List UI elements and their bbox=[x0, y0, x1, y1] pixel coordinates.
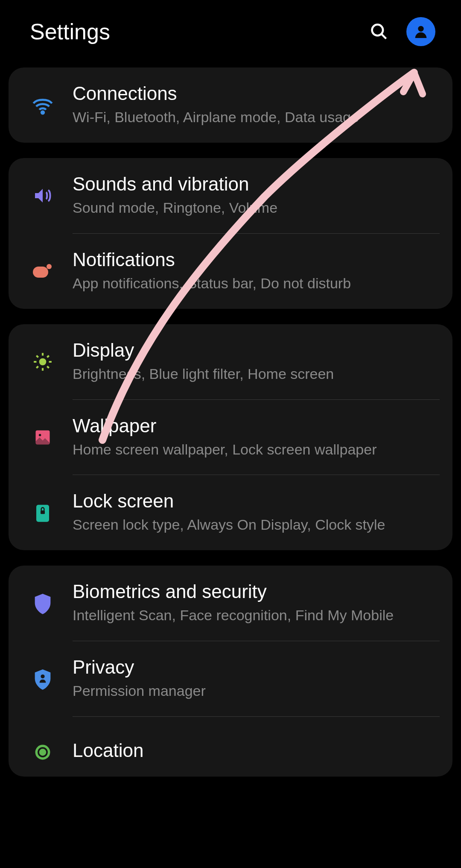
wifi-icon bbox=[26, 94, 60, 116]
svg-line-1 bbox=[382, 34, 386, 39]
row-subtitle: Wi-Fi, Bluetooth, Airplane mode, Data us… bbox=[73, 108, 440, 127]
svg-point-6 bbox=[39, 358, 47, 365]
row-text: Wallpaper Home screen wallpaper, Lock sc… bbox=[60, 415, 440, 460]
row-text: Notifications App notifications, Status … bbox=[60, 249, 440, 293]
row-text: Lock screen Screen lock type, Always On … bbox=[60, 490, 440, 535]
settings-group-display: Display Brightness, Blue light filter, H… bbox=[9, 324, 452, 551]
settings-list[interactable]: Connections Wi-Fi, Bluetooth, Airplane m… bbox=[0, 67, 461, 777]
page-title: Settings bbox=[30, 19, 110, 44]
svg-point-2 bbox=[418, 26, 423, 32]
row-title: Display bbox=[73, 340, 440, 361]
row-subtitle: Permission manager bbox=[73, 681, 440, 701]
svg-line-12 bbox=[47, 366, 49, 368]
row-text: Privacy Permission manager bbox=[60, 657, 440, 701]
row-subtitle: Sound mode, Ringtone, Volume bbox=[73, 198, 440, 218]
search-button[interactable] bbox=[369, 21, 389, 42]
privacy-icon bbox=[26, 668, 60, 690]
svg-point-5 bbox=[47, 264, 52, 269]
location-icon bbox=[26, 743, 60, 762]
search-icon bbox=[370, 22, 388, 41]
shield-icon bbox=[26, 592, 60, 614]
settings-row-privacy[interactable]: Privacy Permission manager bbox=[9, 641, 452, 716]
notifications-icon bbox=[26, 263, 60, 279]
row-text: Display Brightness, Blue light filter, H… bbox=[60, 340, 440, 384]
row-title: Notifications bbox=[73, 249, 440, 270]
header: Settings bbox=[0, 0, 461, 67]
svg-point-16 bbox=[39, 434, 41, 436]
row-subtitle: Brightness, Blue light filter, Home scre… bbox=[73, 364, 440, 384]
person-icon bbox=[412, 23, 429, 40]
row-subtitle: Intelligent Scan, Face recognition, Find… bbox=[73, 606, 440, 625]
row-text: Biometrics and security Intelligent Scan… bbox=[60, 581, 440, 625]
row-title: Sounds and vibration bbox=[73, 173, 440, 195]
brightness-icon bbox=[26, 351, 60, 372]
svg-rect-18 bbox=[41, 510, 45, 514]
settings-row-display[interactable]: Display Brightness, Blue light filter, H… bbox=[9, 324, 452, 399]
settings-row-lockscreen[interactable]: Lock screen Screen lock type, Always On … bbox=[9, 475, 452, 550]
row-text: Location bbox=[60, 740, 440, 765]
row-title: Connections bbox=[73, 83, 440, 104]
settings-row-sounds[interactable]: Sounds and vibration Sound mode, Rington… bbox=[9, 158, 452, 233]
svg-point-0 bbox=[372, 25, 383, 36]
row-text: Connections Wi-Fi, Bluetooth, Airplane m… bbox=[60, 83, 440, 127]
settings-row-biometrics[interactable]: Biometrics and security Intelligent Scan… bbox=[9, 566, 452, 641]
row-title: Biometrics and security bbox=[73, 581, 440, 602]
settings-group-connections: Connections Wi-Fi, Bluetooth, Airplane m… bbox=[9, 67, 452, 143]
svg-rect-4 bbox=[33, 267, 48, 278]
profile-button[interactable] bbox=[406, 17, 435, 46]
settings-row-location[interactable]: Location bbox=[9, 717, 452, 777]
settings-group-sounds: Sounds and vibration Sound mode, Rington… bbox=[9, 158, 452, 309]
svg-point-19 bbox=[41, 674, 44, 678]
svg-point-3 bbox=[41, 111, 44, 114]
svg-line-11 bbox=[36, 355, 38, 357]
row-title: Location bbox=[73, 740, 440, 761]
settings-row-notifications[interactable]: Notifications App notifications, Status … bbox=[9, 234, 452, 309]
row-subtitle: Screen lock type, Always On Display, Clo… bbox=[73, 515, 440, 535]
row-subtitle: App notifications, Status bar, Do not di… bbox=[73, 274, 440, 293]
row-title: Wallpaper bbox=[73, 415, 440, 437]
sound-icon bbox=[26, 185, 60, 206]
settings-group-security: Biometrics and security Intelligent Scan… bbox=[9, 566, 452, 777]
lock-icon bbox=[26, 502, 60, 523]
row-title: Lock screen bbox=[73, 490, 440, 512]
header-actions bbox=[369, 17, 435, 46]
svg-point-21 bbox=[41, 750, 45, 755]
svg-line-13 bbox=[36, 366, 38, 368]
row-title: Privacy bbox=[73, 657, 440, 678]
wallpaper-icon bbox=[26, 428, 60, 447]
row-subtitle: Home screen wallpaper, Lock screen wallp… bbox=[73, 440, 440, 460]
row-text: Sounds and vibration Sound mode, Rington… bbox=[60, 173, 440, 218]
svg-line-14 bbox=[47, 355, 49, 357]
settings-row-connections[interactable]: Connections Wi-Fi, Bluetooth, Airplane m… bbox=[9, 67, 452, 143]
settings-row-wallpaper[interactable]: Wallpaper Home screen wallpaper, Lock sc… bbox=[9, 400, 452, 475]
